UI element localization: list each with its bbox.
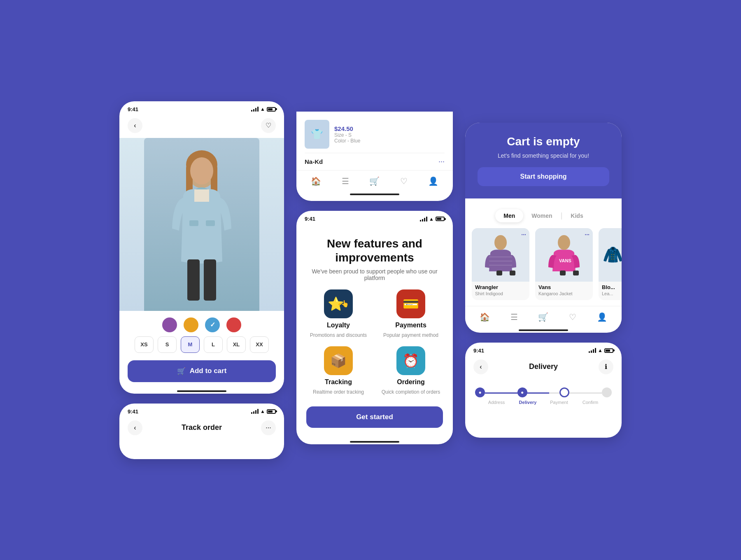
nav-cart[interactable]: 🛒 <box>369 176 380 186</box>
bottom-nav-scroll: 🏠 ☰ 🛒 ♡ 👤 <box>296 170 453 190</box>
size-xs[interactable]: XS <box>135 336 154 353</box>
time-1: 9:41 <box>128 106 138 112</box>
progress-track <box>485 392 602 394</box>
status-icons-delivery: ▲ <box>589 348 613 353</box>
vans-brand: Vans <box>535 282 593 291</box>
nav-menu[interactable]: ☰ <box>342 176 349 186</box>
status-icons-2: ▲ <box>251 408 276 414</box>
payments-label: Payments <box>395 322 426 329</box>
delivery-info-button[interactable]: ℹ <box>599 359 613 374</box>
nav-home[interactable]: 🏠 <box>311 176 321 186</box>
get-started-button[interactable]: Get started <box>306 406 443 428</box>
size-options: XS S M L XL XX <box>119 336 284 359</box>
wrangler-brand: Wrangler <box>472 282 529 291</box>
product-row-1: 👕 $24.50 Size - S Color - Blue <box>305 116 445 153</box>
color-blue[interactable] <box>205 317 220 332</box>
category-tabs: Men Women | Kids <box>465 205 622 228</box>
tab-kids[interactable]: Kids <box>562 209 591 222</box>
color-purple[interactable] <box>162 317 177 332</box>
products-grid: ··· <box>465 228 622 306</box>
size-m[interactable]: M <box>181 336 200 353</box>
blo-image: 🧥 <box>599 228 622 282</box>
step-payment <box>559 387 569 397</box>
nav-heart-shop[interactable]: ♡ <box>569 312 576 322</box>
svg-rect-18 <box>573 271 579 275</box>
size-l[interactable]: L <box>204 336 223 353</box>
svg-rect-19 <box>560 271 566 275</box>
wrangler-more[interactable]: ··· <box>521 231 526 238</box>
delivery-back-button[interactable]: ‹ <box>473 359 488 374</box>
cart-empty-title: Cart is empty <box>478 135 609 148</box>
wishlist-button[interactable]: ♡ <box>261 118 276 133</box>
tab-women[interactable]: Women <box>523 209 560 222</box>
nav-cart-shop[interactable]: 🛒 <box>538 312 548 322</box>
product-thumb-1: 👕 <box>305 120 329 149</box>
more-icon[interactable]: ··· <box>438 157 445 166</box>
status-bar-delivery: 9:41 ▲ <box>465 343 622 356</box>
wifi-icon-2: ▲ <box>260 408 265 414</box>
track-content-placeholder <box>119 440 284 453</box>
nav-wishlist[interactable]: ♡ <box>400 176 408 186</box>
vendor-name: Na-Kd <box>305 158 323 165</box>
product-blo: 🧥 Blo... Lea... <box>599 228 622 300</box>
wrangler-image <box>472 228 529 282</box>
blo-name: Lea... <box>599 291 622 300</box>
product-image-area <box>119 138 284 311</box>
payments-icon: 💳 <box>396 289 425 318</box>
model-image <box>144 138 259 311</box>
vans-image: VANS <box>535 228 593 282</box>
nav-home-shop[interactable]: 🏠 <box>480 312 490 322</box>
step-confirm <box>602 387 612 397</box>
wifi-icon-delivery: ▲ <box>598 348 603 353</box>
track-more-button[interactable]: ··· <box>261 420 276 435</box>
svg-point-16 <box>558 235 570 250</box>
status-bar-3: 9:41 ▲ <box>296 211 453 224</box>
start-shopping-button[interactable]: Start shopping <box>478 167 609 186</box>
product-nav-header: ‹ ♡ <box>119 115 284 138</box>
nav-menu-shop[interactable]: ☰ <box>510 312 518 322</box>
color-red[interactable] <box>226 317 241 332</box>
track-back-button[interactable]: ‹ <box>128 420 142 435</box>
time-2: 9:41 <box>128 408 138 415</box>
wrangler-name: Shirt Indigood <box>472 291 529 300</box>
product-wrangler: ··· <box>472 228 529 300</box>
svg-rect-9 <box>206 220 215 226</box>
vans-name: Kangaroo Jacket <box>535 291 593 300</box>
features-grid: ⭐ 👆 Loyalty Promotions and discounts 💳 P… <box>296 289 453 403</box>
features-card: 9:41 ▲ New features and improvements We'… <box>296 211 453 444</box>
feature-ordering: ⏰ Ordering Quick completion of orders <box>379 346 443 395</box>
menu-icon: ☰ <box>342 176 349 186</box>
home-indicator-4 <box>350 441 399 443</box>
time-3: 9:41 <box>305 216 315 222</box>
home-icon: 🏠 <box>311 176 321 186</box>
size-xl[interactable]: XL <box>227 336 246 353</box>
step-address: ● <box>475 387 485 397</box>
home-indicator-shop <box>519 329 568 331</box>
product-size: Size - S <box>334 132 445 138</box>
nav-profile-shop[interactable]: 👤 <box>597 312 607 322</box>
size-s[interactable]: S <box>158 336 177 353</box>
signal-icon-2 <box>251 409 259 414</box>
vendor-row: Na-Kd ··· <box>305 153 445 168</box>
product-color: Color - Blue <box>334 138 445 144</box>
status-bar-2: 9:41 ▲ <box>119 404 284 417</box>
track-nav-header: ‹ Track order ··· <box>119 417 284 440</box>
battery-icon-delivery <box>604 348 613 353</box>
size-xxl[interactable]: XX <box>250 336 269 353</box>
nav-profile[interactable]: 👤 <box>428 176 438 186</box>
tab-men[interactable]: Men <box>495 209 523 222</box>
color-orange[interactable] <box>184 317 198 332</box>
bottom-nav-shop: 🏠 ☰ 🛒 ♡ 👤 <box>465 306 622 326</box>
tracking-desc: Realtime order tracking <box>313 389 364 395</box>
delivery-content <box>465 409 622 429</box>
label-delivery: Delivery <box>512 400 543 405</box>
svg-point-4 <box>190 157 213 184</box>
loyalty-label: Loyalty <box>327 322 350 329</box>
cart-icon-shop: 🛒 <box>538 312 548 322</box>
add-to-cart-button[interactable]: 🛒 Add to cart <box>128 360 276 382</box>
back-button[interactable]: ‹ <box>128 118 142 133</box>
status-icons-3: ▲ <box>420 216 445 222</box>
ordering-desc: Quick completion of orders <box>382 389 440 395</box>
delivery-progress: ● ● Address Delivery Payment Confirm <box>465 379 622 409</box>
vans-more[interactable]: ··· <box>585 231 590 238</box>
